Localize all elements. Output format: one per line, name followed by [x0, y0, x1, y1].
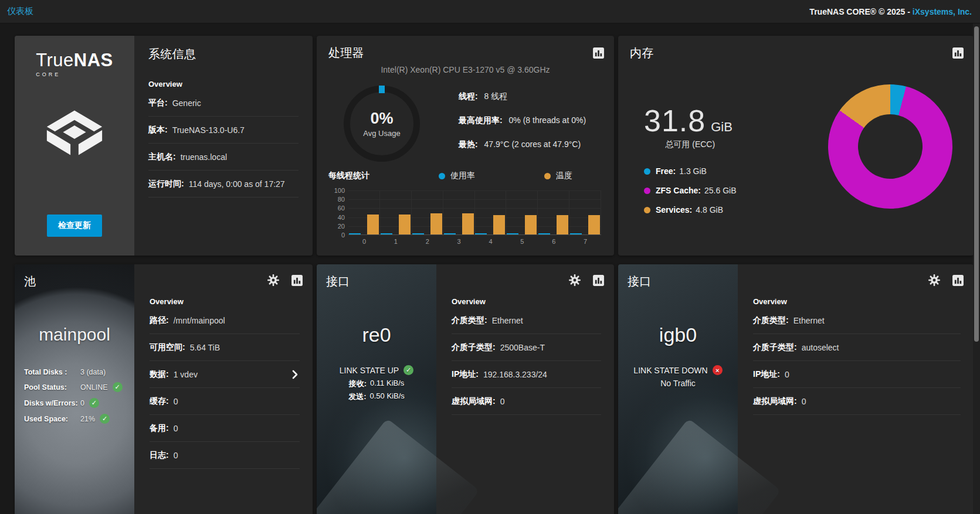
- gear-icon: [267, 274, 280, 287]
- system-info-logo-panel: TrueNAS CORE 检查更新: [15, 36, 134, 256]
- igb0-chart-button[interactable]: [950, 273, 965, 288]
- field-label: 主机名:: [148, 152, 176, 162]
- free-dot-icon: [644, 168, 650, 175]
- legend-value: 4.8 GiB: [696, 205, 723, 215]
- pool-stat-status: Pool Status: ONLINE ✓: [24, 382, 125, 392]
- memory-legend-free: Free: 1.3 GiB: [644, 166, 737, 176]
- bar-chart-icon: [291, 274, 303, 287]
- scrollbar-track[interactable]: [973, 23, 980, 514]
- bar-使用率-thread-7: [570, 233, 582, 234]
- field-value: 114 days, 0:00 as of 17:27: [189, 179, 285, 189]
- cpu-stat-highest-usage: 最高使用率: 0% (8 threads at 0%): [459, 115, 586, 126]
- field-label: 虚拟局域网:: [452, 396, 496, 407]
- thread-1-bars: [380, 190, 412, 234]
- re0-settings-button[interactable]: [567, 273, 582, 288]
- field-label: 数据:: [150, 369, 169, 380]
- pool-settings-button[interactable]: [266, 273, 281, 288]
- cpu-usage-gauge: 0% Avg Usage: [344, 86, 420, 162]
- temperature-dot-icon: [544, 173, 551, 179]
- re0-row-media-subtype: 介质子类型: 2500Base-T: [452, 334, 601, 361]
- cpu-chart-y-axis: 100806040200: [328, 190, 348, 235]
- pool-row-log: 日志: 0: [150, 442, 300, 469]
- cpu-plot-area: 100806040200: [328, 190, 601, 235]
- gauge-value: 0%: [370, 110, 393, 128]
- legend-label: ZFS Cache:: [656, 186, 701, 195]
- system-info-row-uptime: 运行时间: 114 days, 0:00 as of 17:27: [148, 171, 299, 198]
- field-label: 介质类型:: [452, 315, 487, 326]
- field-value: 0: [174, 424, 178, 433]
- bar-温度-thread-2: [430, 213, 442, 234]
- bar-温度-thread-4: [493, 215, 505, 234]
- memory-legend-zfs-cache: ZFS Cache: 25.6 GiB: [644, 186, 737, 195]
- field-value: 1 vdev: [174, 370, 198, 379]
- field-label: IP地址:: [452, 369, 479, 380]
- igb0-settings-button[interactable]: [927, 273, 942, 288]
- x-axis-tick: 5: [506, 238, 538, 245]
- bar-chart-icon: [952, 47, 964, 59]
- pool-row-spare: 备用: 0: [150, 415, 300, 442]
- cpu-chart-button[interactable]: [591, 45, 606, 60]
- thread-2-bars: [412, 190, 443, 234]
- cross-circle-icon: ×: [713, 365, 723, 375]
- system-info-details: 系统信息 Overview 平台: Generic 版本: TrueNAS-13…: [134, 36, 313, 256]
- bar-chart-icon: [592, 47, 605, 59]
- igb0-link-state: LINK STATE DOWN ×: [628, 365, 728, 375]
- re0-chart-button[interactable]: [591, 273, 606, 288]
- x-axis-tick: 6: [538, 238, 569, 245]
- traffic-label: 接收:: [349, 379, 367, 389]
- re0-details: Overview 介质类型: Ethernet 介质子类型: 2500Base-…: [436, 264, 614, 514]
- cpu-middle: 0% Avg Usage 线程: 8 线程 最高使用率: 0% (8 threa…: [317, 74, 614, 164]
- field-label: 缓存:: [150, 396, 169, 407]
- bar-使用率-thread-0: [349, 233, 361, 234]
- legend-value: 25.6 GiB: [704, 186, 736, 195]
- check-updates-button[interactable]: 检查更新: [47, 215, 102, 237]
- igb0-row-media-subtype: 介质子类型: autoselect: [753, 334, 961, 361]
- system-info-row-version: 版本: TrueNAS-13.0-U6.7: [148, 117, 299, 144]
- gauge-ring: 0% Avg Usage: [344, 86, 420, 162]
- stat-value: 0% (8 threads at 0%): [509, 115, 586, 125]
- bar-温度-thread-1: [399, 215, 411, 234]
- legend-usage: 使用率: [439, 171, 475, 181]
- ixsystems-link[interactable]: iXsystems, Inc.: [913, 7, 972, 16]
- field-value: 5.64 TiB: [190, 343, 220, 352]
- stat-value: 47.9°C (2 cores at 47.9°C): [484, 139, 581, 149]
- pool-row-data-vdevs[interactable]: 数据: 1 vdev: [150, 361, 300, 388]
- x-axis-tick: 0: [348, 238, 380, 245]
- cpu-stat-threads: 线程: 8 线程: [459, 91, 586, 102]
- memory-legend: Free: 1.3 GiB ZFS Cache: 25.6 GiB Servic…: [644, 166, 737, 215]
- bar-chart-icon: [952, 274, 964, 287]
- gauge-label: Avg Usage: [363, 129, 400, 138]
- bar-使用率-thread-3: [444, 233, 456, 234]
- cpu-card: 处理器 Intel(R) Xeon(R) CPU E3-1270 v5 @ 3.…: [317, 36, 614, 256]
- bar-使用率-thread-6: [538, 233, 550, 234]
- field-label: 虚拟局域网:: [753, 396, 797, 407]
- legend-temperature-label: 温度: [556, 171, 572, 181]
- field-value: Generic: [172, 98, 201, 108]
- copyright-label: TrueNAS CORE® © 2025 -: [809, 7, 912, 16]
- memory-chart-button[interactable]: [950, 45, 965, 60]
- dashboard-title-link[interactable]: 仪表板: [7, 6, 33, 17]
- stat-label: 线程:: [459, 91, 478, 101]
- x-axis-tick: 4: [475, 238, 507, 245]
- cpu-chart-legend: 每线程统计 使用率 温度: [328, 171, 601, 181]
- scrollbar-thumb[interactable]: [974, 26, 979, 342]
- re0-row-vlan: 虚拟局域网: 0: [452, 388, 601, 415]
- stat-label: Used Space:: [24, 415, 78, 423]
- pool-name: mainpool: [24, 325, 125, 345]
- memory-subtitle: 总可用 (ECC): [644, 139, 737, 150]
- link-state-label: LINK STATE DOWN: [633, 366, 707, 375]
- y-axis-tick: 80: [328, 196, 345, 203]
- cpu-card-header: 处理器: [317, 36, 614, 61]
- stat-label: Disks w/Errors:: [24, 399, 78, 407]
- legend-usage-label: 使用率: [450, 171, 475, 181]
- chevron-right-icon[interactable]: [290, 370, 300, 379]
- memory-total: 31.8 GiB: [644, 103, 737, 138]
- system-info-title: 系统信息: [148, 46, 299, 62]
- pool-row-available-space: 可用空间: 5.64 TiB: [150, 334, 300, 361]
- field-label: 备用:: [150, 423, 169, 434]
- pool-chart-button[interactable]: [289, 273, 304, 288]
- bar-温度-thread-7: [588, 215, 600, 234]
- igb0-card-title: 接口: [628, 274, 728, 290]
- x-axis-tick: 2: [412, 238, 443, 245]
- stat-label: Total Disks :: [24, 368, 78, 376]
